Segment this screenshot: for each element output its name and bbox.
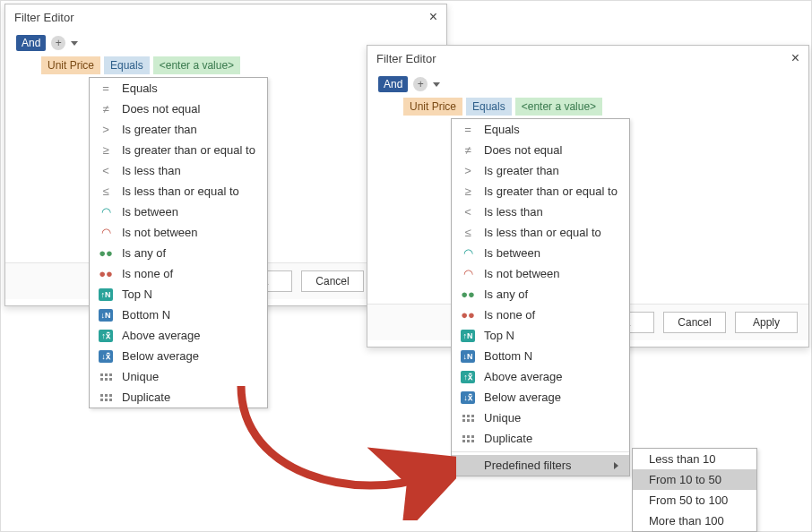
operator-item-noneof[interactable]: ●●Is none of — [452, 305, 629, 325]
lte-icon: ≤ — [461, 226, 475, 239]
operator-item-lte[interactable]: ≤Is less than or equal to — [90, 181, 267, 202]
predefined-filter-option[interactable]: From 50 to 100 — [633, 490, 756, 511]
lt-icon: < — [461, 205, 475, 219]
operator-item-dup[interactable]: Duplicate — [452, 428, 629, 449]
above-icon: ↑x̄ — [99, 330, 113, 342]
above-icon: ↑x̄ — [461, 371, 475, 383]
operator-item-uniq[interactable]: Unique — [452, 408, 629, 428]
below-icon: ↓x̄ — [99, 350, 113, 363]
below-icon: ↓x̄ — [461, 391, 475, 404]
operator-chip[interactable]: Equals — [104, 56, 150, 74]
operator-item-gt[interactable]: >Is greater than — [90, 119, 267, 140]
cancel-button[interactable]: Cancel — [663, 312, 726, 333]
operator-item-label: Top N — [122, 287, 256, 301]
condition-row: Unit Price Equals <enter a value> — [403, 98, 798, 116]
value-chip[interactable]: <enter a value> — [515, 98, 602, 116]
operator-item-label: Bottom N — [122, 308, 256, 322]
operator-item-label: Is none of — [122, 267, 256, 280]
operator-item-neq[interactable]: ≠Does not equal — [90, 99, 267, 119]
operator-item-label: Is greater than — [122, 123, 256, 136]
operator-item-eq[interactable]: =Equals — [452, 119, 629, 140]
operator-item-topn[interactable]: ↑NTop N — [452, 325, 629, 346]
topn-icon: ↑N — [461, 330, 475, 342]
operator-item-nbtw[interactable]: ◠Is not between — [452, 263, 629, 284]
gt-icon: > — [99, 123, 113, 136]
submenu-arrow-icon — [614, 462, 618, 469]
uniq-icon — [99, 373, 113, 381]
nbtw-icon: ◠ — [461, 267, 475, 280]
operator-item-label: Below average — [484, 390, 618, 404]
operator-dropdown-a[interactable]: =Equals≠Does not equal>Is greater than≥I… — [89, 77, 268, 408]
eq-icon: = — [99, 82, 113, 95]
operator-item-btw[interactable]: ◠Is between — [90, 202, 267, 222]
predefined-filters-submenu[interactable]: Less than 10From 10 to 50From 50 to 100M… — [632, 448, 757, 532]
add-condition-icon[interactable]: + — [413, 77, 428, 91]
operator-item-label: Does not equal — [122, 102, 256, 116]
uniq-icon — [461, 415, 475, 422]
cancel-button[interactable]: Cancel — [301, 270, 364, 292]
close-icon[interactable]: × — [429, 10, 437, 24]
group-operator-badge[interactable]: And — [16, 35, 46, 51]
operator-item-label: Unique — [122, 370, 256, 383]
nbtw-icon: ◠ — [99, 226, 113, 239]
operator-item-label: Duplicate — [484, 432, 618, 445]
operator-item-nbtw[interactable]: ◠Is not between — [90, 222, 267, 243]
operator-item-lt[interactable]: <Is less than — [452, 202, 629, 222]
operator-item-label: Bottom N — [484, 349, 618, 363]
group-operator-badge[interactable]: And — [378, 76, 408, 92]
gte-icon: ≥ — [461, 184, 475, 198]
anyof-icon: ●● — [99, 246, 113, 260]
operator-item-gt[interactable]: >Is greater than — [452, 160, 629, 181]
operator-chip[interactable]: Equals — [466, 98, 512, 116]
operator-item-anyof[interactable]: ●●Is any of — [90, 243, 267, 263]
field-chip[interactable]: Unit Price — [41, 56, 100, 74]
anyof-icon: ●● — [461, 287, 475, 301]
predefined-filter-option[interactable]: Less than 10 — [633, 449, 756, 469]
lte-icon: ≤ — [99, 184, 113, 198]
apply-button[interactable]: Apply — [735, 312, 798, 333]
operator-item-neq[interactable]: ≠Does not equal — [452, 140, 629, 160]
noneof-icon: ●● — [461, 308, 475, 322]
gte-icon: ≥ — [99, 143, 113, 157]
group-operator-dropdown-icon[interactable] — [433, 82, 440, 87]
group-operator-dropdown-icon[interactable] — [71, 41, 78, 46]
operator-item-below[interactable]: ↓x̄Below average — [90, 346, 267, 366]
operator-item-above[interactable]: ↑x̄Above average — [90, 325, 267, 346]
operator-item-dup[interactable]: Duplicate — [90, 387, 267, 408]
operator-item-eq[interactable]: =Equals — [90, 78, 267, 99]
operator-item-label: Is any of — [484, 287, 618, 301]
operator-item-btw[interactable]: ◠Is between — [452, 243, 629, 263]
titlebar: Filter Editor × — [5, 4, 446, 28]
operator-item-above[interactable]: ↑x̄Above average — [452, 366, 629, 387]
add-condition-icon[interactable]: + — [51, 36, 65, 50]
operator-item-label: Duplicate — [122, 390, 256, 404]
operator-item-label: Is less than or equal to — [122, 184, 256, 198]
predefined-filter-option[interactable]: From 10 to 50 — [633, 469, 756, 490]
operator-item-label: Is not between — [484, 267, 618, 280]
operator-item-noneof[interactable]: ●●Is none of — [90, 263, 267, 284]
operator-item-label: Is none of — [484, 308, 618, 322]
value-chip[interactable]: <enter a value> — [153, 56, 240, 74]
operator-item-botn[interactable]: ↓NBottom N — [90, 305, 267, 325]
operator-item-lt[interactable]: <Is less than — [90, 160, 267, 181]
operator-item-botn[interactable]: ↓NBottom N — [452, 346, 629, 366]
operator-item-below[interactable]: ↓x̄Below average — [452, 387, 629, 408]
operator-item-uniq[interactable]: Unique — [90, 366, 267, 387]
field-chip[interactable]: Unit Price — [403, 98, 462, 116]
dropdown-separator — [452, 451, 629, 452]
neq-icon: ≠ — [99, 102, 113, 116]
predefined-filters-item[interactable]: Predefined filters — [452, 455, 629, 476]
close-icon[interactable]: × — [791, 51, 799, 65]
predefined-filter-option[interactable]: More than 100 — [633, 511, 756, 531]
operator-item-label: Is not between — [122, 226, 256, 239]
operator-item-label: Equals — [484, 123, 618, 136]
operator-item-anyof[interactable]: ●●Is any of — [452, 284, 629, 305]
operator-item-label: Equals — [122, 82, 256, 95]
operator-item-gte[interactable]: ≥Is greater than or equal to — [452, 181, 629, 202]
gt-icon: > — [461, 164, 475, 177]
operator-item-gte[interactable]: ≥Is greater than or equal to — [90, 140, 267, 160]
operator-item-topn[interactable]: ↑NTop N — [90, 284, 267, 305]
operator-dropdown-b[interactable]: =Equals≠Does not equal>Is greater than≥I… — [451, 118, 630, 476]
operator-item-label: Below average — [122, 349, 256, 363]
operator-item-lte[interactable]: ≤Is less than or equal to — [452, 222, 629, 243]
